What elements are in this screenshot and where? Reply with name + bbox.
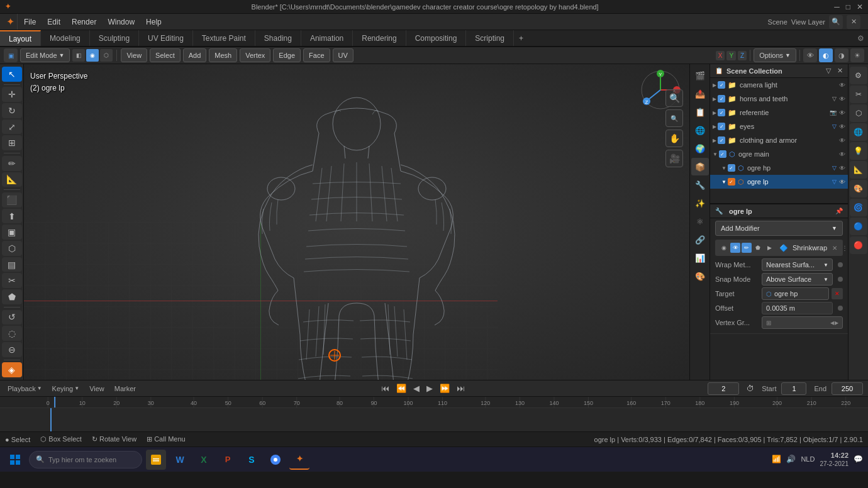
tab-modeling[interactable]: Modeling	[41, 30, 90, 46]
visibility-check[interactable]: ✓	[728, 164, 735, 172]
tab-scripting[interactable]: Scripting	[466, 30, 514, 46]
vertex-group-dropdown[interactable]: ⊞ ◀ ▶	[762, 316, 843, 329]
vis-icon[interactable]: 👁	[839, 82, 845, 89]
tab-add[interactable]: +	[514, 30, 528, 46]
header-vertex[interactable]: Vertex	[240, 48, 270, 62]
rt-btn-10[interactable]: 🔴	[850, 236, 867, 254]
start-button[interactable]	[5, 450, 25, 470]
menu-file[interactable]: File	[19, 16, 41, 28]
vis-icon[interactable]: 👁	[839, 109, 845, 116]
tool-shrink[interactable]: ⊖	[2, 342, 22, 357]
visibility-check[interactable]: ✓	[718, 123, 725, 130]
keyframe-start-btn[interactable]: ⏮	[379, 382, 392, 395]
screen-options-icon[interactable]: ⚙	[857, 34, 864, 43]
prop-icon-output[interactable]: 📤	[691, 85, 709, 103]
rt-btn-1[interactable]: ⚙	[850, 67, 867, 84]
end-frame-input[interactable]: 250	[832, 382, 863, 395]
snap-mode-dropdown[interactable]: Above Surface ▼	[762, 273, 833, 286]
options-btn[interactable]: Options ▼	[754, 48, 796, 62]
overlay-btn[interactable]: 👁	[803, 48, 817, 62]
prop-icon-world[interactable]: 🌍	[691, 140, 709, 157]
mod-enable-edit[interactable]: ✏	[742, 243, 752, 253]
visibility-check[interactable]: ✓	[718, 109, 725, 116]
taskbar-icon-powerpoint[interactable]: P	[218, 450, 238, 470]
tab-layout[interactable]: Layout	[0, 30, 41, 46]
pan-btn[interactable]: ✋	[665, 130, 683, 147]
tool-scale[interactable]: ⤢	[2, 119, 22, 135]
prop-icon-particles[interactable]: ✨	[691, 194, 709, 212]
tool-shading[interactable]: ◈	[2, 362, 22, 377]
taskbar-icon-excel[interactable]: X	[194, 450, 214, 470]
viewport[interactable]: .wf { fill:none; stroke:#a0a8b0; stroke-…	[24, 64, 689, 380]
mod-enable-render[interactable]: ◉	[719, 243, 729, 253]
tool-measure[interactable]: 📐	[2, 172, 22, 187]
view-btn[interactable]: View	[87, 382, 107, 395]
current-frame-display[interactable]: 2	[708, 382, 739, 395]
zoom-out-btn[interactable]: 🔍	[665, 109, 683, 127]
target-clear-btn[interactable]: ✕	[832, 288, 843, 299]
tool-spin[interactable]: ↺	[2, 310, 22, 325]
tool-add-cube[interactable]: ⬛	[2, 192, 22, 208]
mod-more-btn[interactable]: ⋮⋮	[842, 245, 848, 252]
mod-enable-cage[interactable]: ⬟	[753, 243, 763, 253]
rt-btn-2[interactable]: ✂	[850, 86, 867, 103]
tab-texture-paint[interactable]: Texture Paint	[193, 30, 255, 46]
prev-keyframe-btn[interactable]: ⏪	[394, 382, 409, 395]
timeline-area[interactable]	[0, 408, 868, 431]
tool-bevel[interactable]: ⬡	[2, 241, 22, 256]
prop-icon-constraints[interactable]: 🔗	[691, 231, 709, 248]
visibility-check[interactable]: ✓	[718, 136, 725, 144]
header-select[interactable]: Select	[150, 48, 181, 62]
zoom-in-btn[interactable]: 🔍	[665, 89, 683, 107]
axis-y[interactable]: Y	[726, 51, 736, 60]
axis-z[interactable]: Z	[738, 51, 747, 60]
shading-rendered[interactable]: ☀	[850, 48, 864, 62]
visibility-check[interactable]: ✓	[719, 150, 726, 158]
tool-rotate[interactable]: ↻	[2, 103, 22, 118]
outliner-item-camera-light[interactable]: ▶ ✓ 📁 camera light 👁	[710, 78, 848, 92]
mod-delete-btn[interactable]: ✕	[832, 245, 837, 252]
close-scene-btn[interactable]: ✕	[847, 15, 860, 29]
search-bar[interactable]: 🔍 Typ hier om te zoeken	[29, 451, 142, 469]
prop-icon-scene[interactable]: 🌐	[691, 121, 709, 139]
play-btn[interactable]: ▶	[424, 382, 435, 395]
tool-extrude[interactable]: ⬆	[2, 209, 22, 224]
shading-material[interactable]: ◑	[835, 48, 849, 62]
menu-window[interactable]: Window	[103, 16, 140, 28]
prop-icon-view-layer[interactable]: 📋	[691, 103, 709, 121]
rt-btn-4[interactable]: 🌐	[850, 123, 867, 141]
tab-uv-editing[interactable]: UV Editing	[139, 30, 193, 46]
tool-loop-cut[interactable]: ▤	[2, 257, 22, 272]
keying-btn[interactable]: Keying ▼	[50, 382, 82, 395]
tool-knife[interactable]: ✂	[2, 273, 22, 288]
visibility-check[interactable]: ✓	[718, 81, 725, 89]
pin-icon[interactable]: 📌	[835, 208, 843, 214]
vis-icon[interactable]: 👁	[839, 165, 845, 172]
icon-2[interactable]: ◉	[86, 49, 99, 62]
tab-shading[interactable]: Shading	[255, 30, 301, 46]
outliner-item-ogre-main[interactable]: ▼ ✓ ⬡ ogre main 👁	[710, 147, 848, 161]
3d-cursor[interactable]	[328, 349, 341, 362]
outliner-item-eyes[interactable]: ▶ ✓ 📁 eyes ▽ 👁	[710, 119, 848, 133]
mod-enable-view[interactable]: 👁	[730, 243, 740, 253]
outliner-item-horns-teeth[interactable]: ▶ ✓ 📁 horns and teeth ▽ 👁	[710, 92, 848, 106]
header-face[interactable]: Face	[303, 48, 330, 62]
taskbar-icon-chrome[interactable]	[265, 450, 286, 470]
tool-poly-build[interactable]: ⬟	[2, 289, 22, 304]
header-mesh[interactable]: Mesh	[209, 48, 237, 62]
start-frame-input[interactable]: 1	[781, 382, 806, 395]
tool-transform[interactable]: ⊞	[2, 135, 22, 150]
camera-btn[interactable]: 🎥	[665, 150, 683, 167]
axis-x[interactable]: X	[716, 51, 725, 60]
outliner-filter-icon[interactable]: ▽	[826, 67, 831, 75]
vis-icon[interactable]: 👁	[839, 179, 845, 186]
header-edge[interactable]: Edge	[273, 48, 301, 62]
rt-btn-7[interactable]: 🎨	[850, 180, 867, 197]
add-modifier-btn[interactable]: Add Modifier ▼	[715, 221, 843, 236]
prop-icon-object[interactable]: 📦	[691, 158, 709, 175]
header-view[interactable]: View	[121, 48, 147, 62]
rt-btn-5[interactable]: 💡	[850, 142, 867, 160]
vis-icon[interactable]: 👁	[839, 96, 845, 103]
tab-compositing[interactable]: Compositing	[406, 30, 467, 46]
taskbar-icon-file[interactable]	[146, 450, 166, 470]
